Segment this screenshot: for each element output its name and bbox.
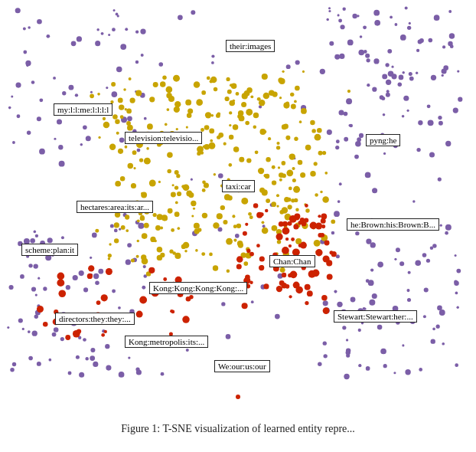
figure-caption: Figure 1: T-SNE visualization of learned… bbox=[0, 406, 476, 452]
tsne-visualization: their:images my:l:l:me:l:l:l:l televisio… bbox=[0, 0, 476, 406]
